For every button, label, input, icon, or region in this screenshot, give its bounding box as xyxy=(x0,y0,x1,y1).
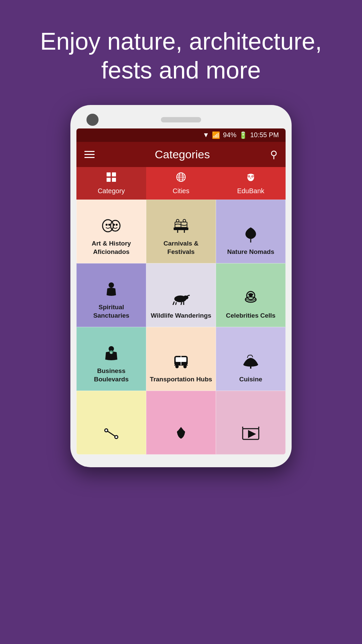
category-row4-3[interactable] xyxy=(216,391,286,454)
phone-bottom xyxy=(76,454,286,461)
phone-top-bar xyxy=(76,111,286,128)
celebrities-label: Celebrities Cells xyxy=(226,312,276,320)
business-label: Business Boulevards xyxy=(80,367,142,383)
svg-point-55 xyxy=(115,436,117,438)
category-art-history[interactable]: Art & History Aficionados xyxy=(76,200,146,263)
phone-camera xyxy=(86,114,99,126)
search-button[interactable]: ⚲ xyxy=(270,149,278,160)
wifi-icon: ▼ xyxy=(203,131,209,139)
spiritual-label: Spiritual Sanctuaries xyxy=(80,303,142,320)
phone-screen: ▼ 📶 94% 🔋 10:55 PM Categories ⚲ xyxy=(76,128,286,454)
category-cuisine[interactable]: Cuisine xyxy=(216,327,286,391)
row4-1-icon xyxy=(101,425,121,442)
tab-category[interactable]: Category xyxy=(76,167,146,200)
tab-bar: Category Cities xyxy=(76,167,286,200)
tab-category-label: Category xyxy=(98,187,125,195)
carnivals-icon xyxy=(171,217,191,234)
svg-rect-22 xyxy=(174,227,188,230)
phone-speaker xyxy=(161,117,201,122)
svg-point-17 xyxy=(106,224,108,226)
category-transportation[interactable]: Transportation Hubs xyxy=(146,327,216,391)
svg-point-21 xyxy=(116,224,118,226)
svg-point-27 xyxy=(176,219,179,222)
app-bar: Categories ⚲ xyxy=(76,142,286,167)
cities-icon xyxy=(176,172,186,185)
art-history-label: Art & History Aficionados xyxy=(80,239,142,256)
svg-rect-0 xyxy=(107,172,111,176)
art-history-icon xyxy=(101,217,121,234)
edubank-icon xyxy=(245,172,256,185)
svg-point-16 xyxy=(103,220,113,232)
category-carnivals[interactable]: Carnivals & Festivals xyxy=(146,200,216,263)
svg-line-36 xyxy=(181,302,182,305)
transportation-label: Transportation Hubs xyxy=(150,375,212,384)
wildlife-label: Wildlife Wanderings xyxy=(151,312,212,320)
svg-point-28 xyxy=(183,219,186,222)
battery-icon: 🔋 xyxy=(239,131,247,139)
phone-device: ▼ 📶 94% 🔋 10:55 PM Categories ⚲ xyxy=(70,105,292,467)
nature-icon xyxy=(241,226,261,243)
menu-button[interactable] xyxy=(84,151,95,158)
svg-text:$: $ xyxy=(110,351,112,354)
svg-point-13 xyxy=(252,176,253,177)
category-celebrities[interactable]: Celebrities Cells xyxy=(216,263,286,327)
nature-label: Nature Nomads xyxy=(227,248,274,256)
svg-point-19 xyxy=(111,220,120,231)
row4-3-icon xyxy=(241,425,261,442)
category-spiritual[interactable]: Spiritual Sanctuaries xyxy=(76,263,146,327)
svg-point-18 xyxy=(108,224,110,226)
transportation-icon xyxy=(171,353,191,370)
row4-2-icon xyxy=(171,425,191,442)
svg-point-54 xyxy=(105,429,107,431)
tab-cities-label: Cities xyxy=(173,187,189,195)
battery-percent: 94% xyxy=(223,131,236,139)
cuisine-icon xyxy=(241,353,261,370)
category-row4-1[interactable] xyxy=(76,391,146,454)
svg-line-53 xyxy=(106,430,116,437)
tab-cities[interactable]: Cities xyxy=(146,167,216,200)
svg-line-35 xyxy=(176,302,176,305)
svg-point-12 xyxy=(249,176,250,177)
app-title: Categories xyxy=(155,148,210,161)
category-business[interactable]: $ Business Boulevards xyxy=(76,327,146,391)
svg-marker-58 xyxy=(248,430,256,438)
category-icon xyxy=(106,172,117,185)
category-nature[interactable]: Nature Nomads xyxy=(216,200,286,263)
svg-point-20 xyxy=(113,224,115,226)
categories-grid: Art & History Aficionados xyxy=(76,200,286,454)
celebrities-icon xyxy=(241,289,261,306)
svg-rect-15 xyxy=(249,180,252,180)
carnivals-label: Carnivals & Festivals xyxy=(150,239,212,256)
tab-edubank[interactable]: EduBank xyxy=(216,167,286,200)
svg-line-34 xyxy=(173,302,174,305)
category-wildlife[interactable]: Wildlife Wanderings xyxy=(146,263,216,327)
spiritual-icon xyxy=(101,281,121,298)
svg-rect-2 xyxy=(107,178,111,182)
status-icons: ▼ 📶 94% 🔋 10:55 PM xyxy=(203,131,279,139)
business-icon: $ xyxy=(101,345,121,362)
hero-heading: Enjoy nature, architecture, fests and mo… xyxy=(0,0,362,105)
category-row4-2[interactable] xyxy=(146,391,216,454)
svg-point-30 xyxy=(109,282,114,288)
tab-edubank-label: EduBank xyxy=(237,187,264,195)
svg-rect-3 xyxy=(112,178,116,182)
cuisine-label: Cuisine xyxy=(239,375,262,384)
status-bar: ▼ 📶 94% 🔋 10:55 PM xyxy=(76,128,286,142)
clock: 10:55 PM xyxy=(250,131,279,139)
wildlife-icon xyxy=(171,289,191,306)
signal-icon: 📶 xyxy=(212,131,220,139)
svg-rect-1 xyxy=(112,172,116,176)
